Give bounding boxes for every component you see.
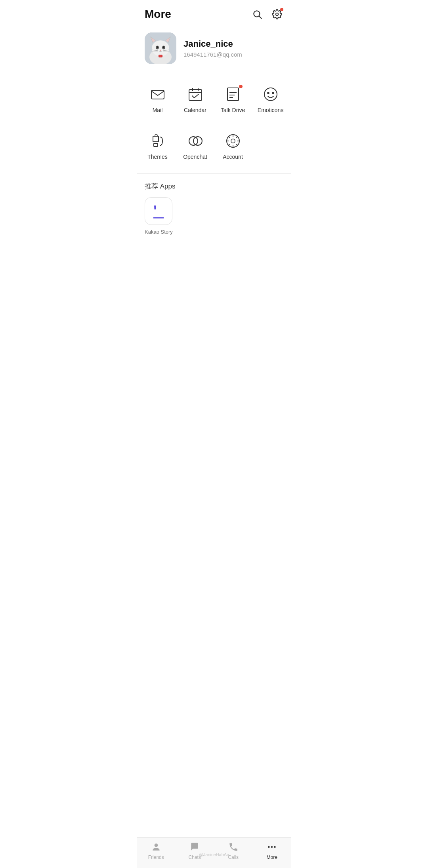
menu-item-account[interactable]: Account — [216, 127, 250, 166]
profile-email: 1649411761@qq.com — [183, 51, 242, 58]
svg-rect-34 — [154, 143, 158, 147]
emoticons-icon — [262, 86, 279, 103]
nav-label-chats: Chats — [189, 855, 201, 860]
menu-item-mail[interactable]: Mail — [141, 80, 174, 119]
svg-point-32 — [272, 92, 274, 94]
profile-section[interactable]: Janice_nice 1649411761@qq.com — [137, 25, 291, 76]
svg-rect-21 — [151, 90, 164, 99]
svg-rect-22 — [189, 89, 202, 101]
phone-icon — [228, 841, 239, 853]
avatar[interactable] — [145, 32, 176, 64]
menu-item-emoticons[interactable]: Emoticons — [254, 80, 287, 119]
app-item-kakao-story[interactable]: ' Kakao Story — [145, 197, 173, 235]
divider — [137, 173, 291, 174]
nav-label-calls: Calls — [228, 855, 239, 860]
svg-line-49 — [228, 144, 230, 146]
app-name-kakao-story: Kakao Story — [145, 229, 173, 235]
svg-rect-26 — [227, 88, 239, 101]
openchat-icon — [187, 132, 204, 150]
svg-line-1 — [259, 16, 262, 19]
header-actions — [251, 8, 283, 21]
menu-label-talk-drive: Talk Drive — [221, 107, 245, 113]
account-icon — [224, 132, 242, 150]
svg-point-54 — [271, 846, 273, 848]
kakao-story-icon-wrapper: ' — [145, 197, 172, 225]
menu-item-calendar[interactable]: Calendar — [178, 80, 212, 119]
svg-point-31 — [268, 92, 269, 94]
nav-item-more[interactable]: More — [260, 841, 284, 860]
svg-rect-33 — [153, 136, 159, 142]
svg-point-52 — [154, 843, 158, 847]
menu-label-account: Account — [223, 154, 243, 160]
menu-label-themes: Themes — [147, 154, 168, 160]
menu-item-openchat[interactable]: Openchat — [178, 127, 212, 166]
calendar-icon — [187, 86, 204, 103]
nav-label-more: More — [267, 855, 277, 860]
menu-label-calendar: Calendar — [184, 107, 206, 113]
notification-dot — [280, 8, 283, 11]
chat-bubble-icon — [189, 841, 200, 853]
svg-text:': ' — [153, 203, 157, 219]
svg-line-46 — [228, 136, 230, 138]
header: More — [137, 0, 291, 25]
menu-row-1: Mail Calendar Talk Drive — [137, 76, 291, 127]
talk-drive-icon — [224, 86, 242, 103]
talk-drive-dot — [239, 85, 243, 88]
nav-item-chats[interactable]: Chats — [183, 841, 206, 860]
svg-point-5 — [152, 40, 169, 56]
mail-icon — [149, 86, 166, 103]
svg-point-30 — [264, 88, 277, 101]
themes-icon — [149, 132, 166, 150]
search-button[interactable] — [251, 8, 264, 21]
nav-item-friends[interactable]: Friends — [144, 841, 168, 860]
recommended-section: 推荐 Apps ' Kakao Story — [137, 182, 291, 235]
menu-item-themes[interactable]: Themes — [141, 127, 174, 166]
settings-button[interactable] — [271, 8, 283, 21]
person-icon — [151, 841, 162, 853]
profile-info: Janice_nice 1649411761@qq.com — [183, 39, 242, 58]
svg-point-14 — [160, 50, 161, 51]
nav-label-friends: Friends — [148, 855, 164, 860]
menu-item-talk-drive[interactable]: Talk Drive — [216, 80, 250, 119]
svg-point-13 — [163, 46, 164, 48]
svg-point-41 — [231, 139, 235, 143]
svg-point-12 — [157, 46, 158, 48]
menu-placeholder — [254, 127, 287, 166]
page-title: More — [145, 8, 171, 21]
svg-line-48 — [236, 136, 237, 138]
svg-line-47 — [236, 144, 237, 146]
apps-grid: ' Kakao Story — [137, 197, 291, 235]
nav-item-calls[interactable]: Calls — [222, 841, 245, 860]
menu-label-emoticons: Emoticons — [258, 107, 283, 113]
svg-point-2 — [276, 13, 279, 16]
svg-point-53 — [268, 846, 270, 848]
recommended-title: 推荐 Apps — [137, 182, 291, 197]
svg-point-20 — [159, 55, 162, 57]
menu-label-openchat: Openchat — [183, 154, 207, 160]
profile-name: Janice_nice — [183, 39, 242, 49]
svg-point-55 — [274, 846, 276, 848]
kakao-story-icon: ' — [150, 203, 167, 219]
bottom-nav: Friends Chats Calls More — [137, 837, 291, 868]
dots-icon — [266, 841, 277, 853]
menu-label-mail: Mail — [153, 107, 163, 113]
menu-row-2: Themes Openchat — [137, 127, 291, 173]
